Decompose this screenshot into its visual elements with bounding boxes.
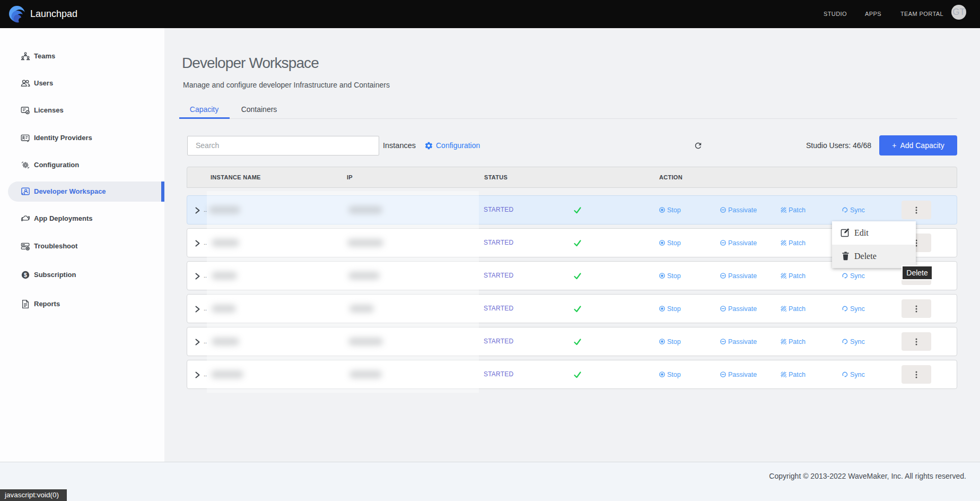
svg-text:$: $ bbox=[24, 271, 27, 278]
